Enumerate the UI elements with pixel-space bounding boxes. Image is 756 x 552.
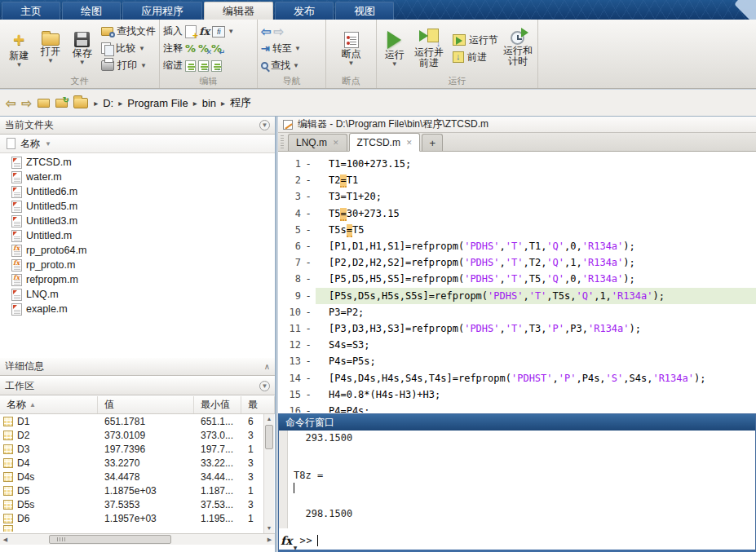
ws-col-min[interactable]: 最小值 [194,396,241,413]
command-window-body[interactable]: 293.1500T8z = 298.1500 fx▼ >> [279,431,755,550]
current-folder-icon[interactable] [73,98,88,108]
scrollbar-thumb[interactable] [49,535,171,544]
command-window-title[interactable]: 命令行窗口 [279,414,755,431]
ws-col-name[interactable]: 名称▲ [0,396,98,413]
panel-menu-icon[interactable]: ▼ [259,381,270,391]
breakpoints-button[interactable]: 断点 ▼ [334,24,369,74]
file-list-item[interactable]: Untitled6.m [0,184,275,199]
ribbon-tab[interactable]: 主页 [2,2,60,20]
close-tab-icon[interactable]: ✕ [406,139,413,147]
file-list-item[interactable]: LNQ.m [0,287,275,302]
code-line[interactable]: 16-P4=P4s; [278,403,756,413]
wrap-comments-icon[interactable]: %↵ [211,42,222,55]
goto-label[interactable]: 转至 [272,42,292,55]
workspace-vertical-scrollbar[interactable]: ▲ ▼ [263,414,274,533]
code-line[interactable]: 4-T5=30+273.15 [278,205,756,222]
indent-right-icon[interactable]: → [198,60,209,72]
code-line[interactable]: 6-[P1,D1,H1,S1]=refpropm('PDHS','T',T1,'… [278,238,756,254]
editor-tab[interactable]: LNQ.m✕ [288,134,347,151]
workspace-row[interactable]: D1651.1781651.1...6 [0,414,275,428]
command-prompt[interactable]: fx▼ >> [281,534,318,547]
browse-folder-icon[interactable]: ↻ [55,99,68,108]
details-header[interactable]: 详细信息 ∧ [0,358,275,376]
code-line[interactable]: 3-T3=T1+20; [278,188,756,205]
file-list-item[interactable]: refpropm.m [0,272,275,287]
code-line[interactable]: 2-T2=T1 [278,172,756,188]
tab-drag-handle-icon[interactable] [281,135,284,148]
scroll-up-icon[interactable]: ▲ [264,414,274,424]
ws-col-max[interactable]: 最 [241,396,275,413]
comment-icon[interactable]: % [185,42,196,55]
new-button[interactable]: + 新建 ▼ [3,24,35,74]
smart-indent-icon[interactable] [185,60,196,72]
file-list-item[interactable]: water.m [0,170,275,184]
workspace-row[interactable]: D4s34.447834.44...3 [0,470,275,484]
close-tab-icon[interactable]: ✕ [333,139,339,147]
nav-forward-icon[interactable]: ⇨ [22,97,33,109]
current-folder-header[interactable]: 当前文件夹 ▼ [0,117,275,135]
code-area[interactable]: 1-T1=100+273.15;2-T2=T13-T3=T1+20;4-T5=3… [278,152,756,413]
code-line[interactable]: 1-T1=100+273.15; [278,156,756,172]
run-and-advance-button[interactable]: ↓ 运行并前进 [412,24,446,74]
code-line[interactable]: 7-[P2,D2,H2,S2]=refpropm('PDHS','T',T2,'… [278,254,756,271]
file-list-item[interactable]: Untitled5.m [0,199,275,214]
scrollbar-thumb[interactable] [265,425,273,449]
fx-hints-icon[interactable]: fx▼ [281,534,295,547]
uncomment-icon[interactable]: %✕ [198,42,209,55]
file-column-header[interactable]: 名称 ▼ [0,135,275,153]
new-tab-button[interactable]: + [422,134,443,151]
ribbon-tab[interactable]: 应用程序 [122,2,202,20]
code-line[interactable]: 15-H4=0.8*(H4s-H3)+H3; [278,386,756,403]
code-line[interactable]: 5-T5s=T5 [278,222,756,238]
compare-button[interactable]: 比较 ▼ [101,42,156,56]
file-list-item[interactable]: ZTCSD.m [0,155,275,170]
run-button[interactable]: 运行 ▼ [380,24,409,74]
collapse-chevron-icon[interactable]: ∧ [264,362,270,371]
file-list-item[interactable]: rp_proto64.m [0,243,275,258]
advance-button[interactable]: 前进 [453,50,498,64]
workspace-row[interactable]: D5s37.535337.53...3 [0,497,275,511]
folder-up-icon[interactable] [38,99,50,108]
code-line[interactable]: 9-[P5s,D5s,H5s,S5s]=refpropm('PDHS','T',… [278,288,756,304]
workspace-row[interactable]: D433.227033.22...3 [0,456,275,470]
workspace-row[interactable]: D61.1957e+031.195...1 [0,511,275,525]
find-files-button[interactable]: 查找文件 [101,24,156,39]
code-line[interactable]: 11-[P3,D3,H3,S3]=refpropm('PDHS','T',T3,… [278,320,756,337]
ribbon-tab[interactable]: 编辑器 [204,2,273,20]
breadcrumb-item[interactable]: 程序 [230,95,251,110]
ribbon-tab[interactable]: 绘图 [62,2,121,20]
code-line[interactable]: 14-[P4s,D4s,H4s,S4s,T4s]=refpropm('PDHST… [278,369,756,386]
breadcrumb-item[interactable]: Program File [127,97,188,109]
workspace-column-headers[interactable]: 名称▲ 值 最小值 最 [0,396,275,414]
run-section-button[interactable]: 运行节 [453,33,498,47]
nav-back-icon[interactable]: ⇦ [6,97,16,109]
ws-col-value[interactable]: 值 [98,396,194,413]
editor-tab[interactable]: ZTCSD.m✕ [349,133,421,152]
scroll-left-icon[interactable]: ◀ [0,535,11,545]
insert-function-icon[interactable]: fx [199,25,210,38]
back-arrow-icon[interactable]: ⇦ [261,26,272,38]
workspace-row[interactable] [0,525,275,532]
workspace-row[interactable]: D51.1875e+031.187...1 [0,484,275,497]
file-list-item[interactable]: rp_proto.m [0,258,275,272]
find-label[interactable]: 查找 [271,59,290,73]
file-list-item[interactable]: exaple.m [0,302,275,316]
code-line[interactable]: 10-P3=P2; [278,304,756,320]
open-button[interactable]: 打开 ▼ [35,24,67,74]
panel-menu-icon[interactable]: ▼ [259,120,270,130]
workspace-row[interactable]: D2373.0109373.0...3 [0,428,275,442]
scroll-right-icon[interactable]: ▶ [264,535,275,545]
ribbon-tab[interactable]: 发布 [275,2,334,20]
print-button[interactable]: 打印 ▼ [101,59,156,73]
workspace-row[interactable]: D3197.7396197.7...1 [0,442,275,456]
code-line[interactable]: 8-[P5,D5,H5,S5]=refpropm('PDHS','T',T5,'… [278,271,756,287]
insert-section-icon[interactable] [185,25,197,38]
code-line[interactable]: 13-P4s=P5s; [278,353,756,369]
save-button[interactable]: 保存 ▼ [66,24,98,74]
run-and-time-button[interactable]: 运行和计时 [502,24,534,74]
scroll-down-icon[interactable]: ▼ [264,523,274,533]
file-list-item[interactable]: Untitled3.m [0,214,275,228]
ribbon-tab[interactable]: 视图 [335,2,394,20]
workspace-header[interactable]: 工作区 ▼ [0,378,275,395]
indent-left-icon[interactable]: ← [211,60,222,72]
